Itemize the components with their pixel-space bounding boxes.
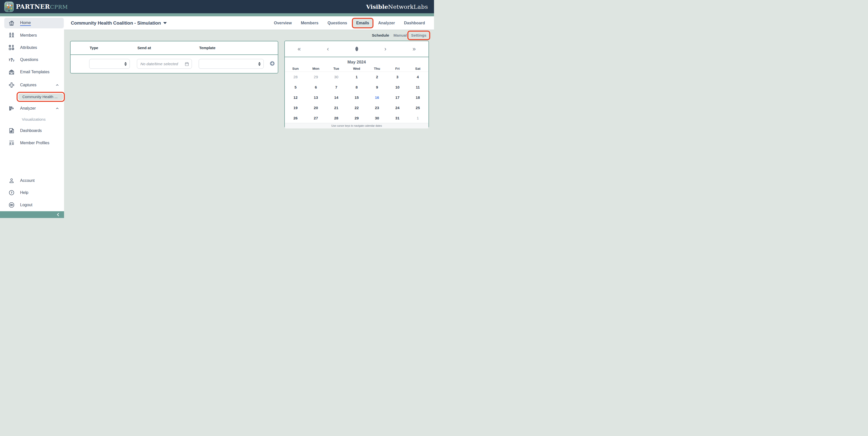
add-schedule-row-button[interactable] [270,61,275,66]
calendar-today-button[interactable] [342,47,371,51]
annotation-box-community-health: Community Health ... [17,92,65,102]
calendar-day-cell[interactable]: 1 [346,75,367,79]
sidebar-item-label: Questions [20,58,38,62]
tab-analyzer[interactable]: Analyzer [378,21,395,25]
caret-down-icon [163,22,167,24]
calendar-day-cell[interactable]: 26 [285,116,306,120]
sidebar-collapse-button[interactable] [0,211,64,218]
calendar-day-cell[interactable]: 25 [408,106,428,110]
tab-questions[interactable]: Questions [328,21,347,25]
calendar-day-cell[interactable]: 5 [285,85,306,89]
questions-icon: ? ? ? [8,57,15,63]
calendar-day-cell[interactable]: 11 [408,85,428,89]
sidebar-item-member-profiles[interactable]: Member Profiles [0,138,64,148]
calendar-day-cell[interactable]: 8 [346,85,367,89]
tab-emails[interactable]: Emails [356,21,369,25]
sidebar-item-label: Home [20,21,31,26]
calendar-day-cell[interactable]: 30 [326,75,346,79]
top-nav-tabs: Overview Members Questions Emails Analyz… [274,16,434,30]
calendar-day-cell[interactable]: 17 [387,95,408,100]
sidebar-item-dashboards[interactable]: Dashboards [0,126,64,136]
sidebar-item-captures[interactable]: Captures [0,80,64,90]
sidebar-item-help[interactable]: ? Help [0,188,64,198]
sidebar-item-label: Captures [20,83,36,87]
calendar-next-year-button[interactable]: » [400,46,429,53]
subtab-schedule[interactable]: Schedule [372,33,389,38]
calendar-day-cell[interactable]: 29 [306,75,326,79]
sidebar-item-home[interactable]: Home [4,18,64,28]
sidebar-item-label: Members [20,33,37,38]
calendar-day-cell[interactable]: 24 [387,106,408,110]
chevron-up-icon[interactable] [55,106,59,110]
current-month-dot-icon [355,47,358,51]
subtab-manual[interactable]: Manual [393,33,407,38]
calendar-day-cell[interactable]: 7 [326,85,346,89]
calendar-day-cell[interactable]: 9 [367,85,387,89]
calendar-day-cell[interactable]: 28 [326,116,346,120]
email-templates-icon [8,69,15,75]
calendar-day-cell[interactable]: 12 [285,95,306,100]
calendar-day-cell[interactable]: 20 [306,106,326,110]
calendar-day-cell-selected[interactable]: 16 [367,95,387,100]
sidebar-item-attributes[interactable]: 1 Attributes [0,43,64,53]
svg-text:1: 1 [9,48,10,50]
sidebar: Home Members 1 Attributes ? ? ? [0,16,64,218]
workspace-selector[interactable]: Community Health Coalition - Simulation [71,16,167,30]
calendar-day-cell[interactable]: 14 [326,95,346,100]
calendar-day-cell[interactable]: 22 [346,106,367,110]
calendar-next-month-button[interactable]: › [371,46,400,53]
sidebar-item-logout[interactable]: Logout [0,200,64,210]
main-content: Community Health Coalition - Simulation … [64,16,434,218]
template-select[interactable] [199,59,264,69]
subtab-settings[interactable]: Settings [411,33,427,38]
sidebar-item-members[interactable]: Members [0,30,64,40]
tab-overview[interactable]: Overview [274,21,291,25]
calendar-day-cell[interactable]: 19 [285,106,306,110]
sidebar-item-email-templates[interactable]: Email Templates [0,67,64,77]
top-header: PARTNERCPRM VisibleNetworkLabs [0,0,434,13]
day-header: Wed [346,67,367,70]
calendar-day-cell[interactable]: 28 [285,75,306,79]
chevron-right-icon: › [384,46,386,53]
sidebar-item-visualizations[interactable]: Visualizations [22,117,46,122]
type-select[interactable] [89,59,130,69]
sidebar-item-label: Attributes [20,45,37,50]
chevron-up-icon[interactable] [55,83,59,87]
tab-members[interactable]: Members [301,21,318,25]
calendar-day-cell[interactable]: 3 [387,75,408,79]
sidebar-item-community-health-capture[interactable]: Community Health ... [18,94,63,100]
calendar-day-cell[interactable]: 29 [346,116,367,120]
calendar-day-cell[interactable]: 15 [346,95,367,100]
brand-partner: PARTNER [16,3,50,10]
calendar-day-cell[interactable]: 18 [408,95,428,100]
calendar-day-cell[interactable]: 1 [408,116,428,120]
help-icon: ? [8,190,15,196]
calendar-day-cell[interactable]: 21 [326,106,346,110]
sidebar-item-label: Analyzer [20,106,36,111]
chevron-left-icon [56,212,61,217]
sidebar-item-account[interactable]: Account [0,176,64,186]
annotation-box-emails: Emails [352,18,373,28]
brand: PARTNERCPRM [0,1,68,12]
calendar-day-cell[interactable]: 10 [387,85,408,89]
calendar-day-cell[interactable]: 31 [387,116,408,120]
send-at-datetime-input[interactable]: No date/time selected [137,59,192,69]
calendar-day-cell[interactable]: 6 [306,85,326,89]
dashboards-icon [8,128,15,134]
calendar-prev-year-button[interactable]: « [285,46,313,53]
calendar-date-grid: 28 29 30 1 2 3 4 5 6 7 8 9 10 11 12 13 1… [285,71,429,123]
day-header: Thu [367,67,387,70]
calendar-day-cell[interactable]: 23 [367,106,387,110]
sidebar-item-questions[interactable]: ? ? ? Questions [0,55,64,65]
calendar-day-cell[interactable]: 2 [367,75,387,79]
calendar-day-cell[interactable]: 13 [306,95,326,100]
logout-icon [8,202,15,208]
calendar-day-cell[interactable]: 27 [306,116,326,120]
sidebar-item-analyzer[interactable]: Analyzer [0,103,64,113]
select-spinner-icon [124,62,127,66]
calendar-prev-month-button[interactable]: ‹ [313,46,342,53]
calendar-day-cell[interactable]: 4 [408,75,428,79]
svg-text:?: ? [10,58,13,63]
calendar-day-cell[interactable]: 30 [367,116,387,120]
tab-dashboard[interactable]: Dashboard [404,21,425,25]
